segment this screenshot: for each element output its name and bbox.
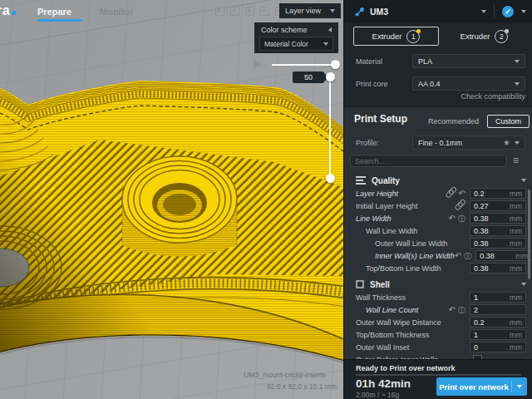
check-compatibility-link[interactable]: Check compatibility bbox=[461, 92, 525, 101]
layer-slider-track[interactable] bbox=[329, 77, 331, 178]
setting-label: Wall Thickness bbox=[344, 293, 406, 302]
setting-value-field[interactable]: 0.38mm bbox=[470, 225, 526, 236]
layer-slider-upper-handle[interactable] bbox=[326, 72, 335, 81]
chevron-left-icon[interactable] bbox=[328, 27, 332, 32]
printer-header[interactable]: UM3 ✓ bbox=[344, 0, 532, 23]
setting-value-field[interactable]: 1mm bbox=[470, 329, 526, 340]
revert-icon[interactable]: ↶ bbox=[449, 214, 456, 223]
setting-value-field[interactable]: 0mm bbox=[470, 342, 526, 352]
material-select[interactable]: PLA bbox=[412, 54, 525, 68]
connected-check-icon: ✓ bbox=[502, 6, 514, 17]
section-header-quality[interactable]: Quality bbox=[344, 174, 532, 187]
setting-row: Wall Line Count↶ⓘ2 bbox=[344, 303, 532, 316]
info-icon[interactable]: ⓘ bbox=[458, 306, 466, 314]
section-header-shell[interactable]: Shell bbox=[344, 278, 532, 291]
setting-value-field[interactable]: 0.38mm bbox=[470, 238, 526, 249]
setting-value-field[interactable]: 0.38mm bbox=[475, 250, 532, 261]
material-color-dot bbox=[416, 29, 421, 33]
setting-row: Wall Thickness1mm bbox=[344, 291, 532, 303]
color-scheme-title: Color scheme bbox=[261, 26, 308, 34]
chevron-down-icon bbox=[323, 42, 328, 46]
play-icon[interactable] bbox=[254, 59, 262, 69]
tool-icon-1-icon[interactable] bbox=[215, 7, 224, 16]
model-dimensions: 92.0 x 92.0 x 10.1 mm bbox=[133, 381, 337, 392]
link-icon[interactable] bbox=[445, 189, 454, 198]
color-scheme-value: Material Color bbox=[264, 40, 308, 48]
setting-label: Outer Wall Wipe Distance bbox=[344, 318, 441, 327]
tool-icon-2-icon[interactable] bbox=[230, 7, 239, 16]
print-job-bar: Ready to Print over network 01h 42min 2.… bbox=[344, 359, 532, 399]
setting-row: Wall Line Width0.38mm bbox=[344, 224, 532, 237]
view-mode-dropdown[interactable]: Layer view bbox=[279, 3, 341, 18]
model-name: UM3_mount-crickit-inserts bbox=[133, 369, 326, 381]
material-usage-estimate: 2.00m / ~ 16g bbox=[356, 391, 399, 399]
network-printer-icon bbox=[354, 7, 365, 17]
layer-slider-lower-handle[interactable] bbox=[326, 174, 335, 183]
chevron-down-icon bbox=[515, 141, 520, 145]
setting-row: Outer Wall Line Width0.38mm bbox=[344, 237, 532, 249]
shell-icon bbox=[356, 280, 364, 288]
tab-monitor[interactable]: Monitor bbox=[100, 7, 133, 17]
material-color-dot bbox=[505, 29, 509, 33]
profile-select[interactable]: Fine - 0.1mm ★ bbox=[412, 135, 525, 150]
tab-prepare[interactable]: Prepare bbox=[37, 7, 71, 17]
print-setup-block: Print Setup Recommended Custom Profile: … bbox=[344, 107, 532, 359]
chevron-down-icon[interactable] bbox=[521, 10, 526, 13]
setting-row: Top/Bottom Thickness1mm bbox=[344, 328, 532, 341]
print-over-network-button[interactable]: Print over network bbox=[436, 377, 527, 396]
logo-dot bbox=[12, 11, 16, 15]
chevron-down-icon bbox=[515, 82, 520, 86]
path-slider-handle[interactable] bbox=[331, 60, 340, 69]
quality-icon bbox=[356, 176, 366, 185]
info-icon[interactable]: ⓘ bbox=[458, 214, 466, 223]
print-core-select[interactable]: AA 0.4 bbox=[412, 76, 525, 91]
chevron-down-icon[interactable] bbox=[481, 10, 486, 13]
settings-search-input[interactable] bbox=[350, 155, 506, 167]
recommended-mode-button[interactable]: Recommended bbox=[420, 115, 487, 128]
settings-menu-icon[interactable]: ≡ bbox=[513, 155, 519, 167]
extruder-1-tab[interactable]: Extruder 1 bbox=[353, 27, 439, 46]
revert-icon[interactable]: ↶ bbox=[455, 252, 461, 260]
setting-label: Outer Wall Inset bbox=[344, 343, 409, 352]
setting-label: Top/Bottom Line Width bbox=[344, 264, 441, 273]
setting-value-field[interactable]: 1mm bbox=[470, 292, 526, 303]
color-scheme-dropdown[interactable]: Material Color bbox=[259, 37, 333, 51]
print-setup-title: Print Setup bbox=[354, 113, 407, 125]
setting-label: Layer Height bbox=[344, 190, 398, 198]
material-label: Material bbox=[356, 57, 382, 66]
setting-value-field[interactable]: 0.38mm bbox=[470, 213, 526, 224]
revert-icon[interactable]: ↶ bbox=[459, 190, 466, 198]
viewport-3d-scene[interactable] bbox=[0, 0, 343, 399]
chevron-down-icon[interactable] bbox=[517, 385, 522, 388]
setting-value-field[interactable]: 0.27mm bbox=[470, 200, 526, 211]
extruder-2-tab[interactable]: Extruder 2 bbox=[441, 27, 527, 46]
setting-label: Line Width bbox=[344, 214, 391, 223]
setting-row: Initial Layer Height0.27mm bbox=[344, 200, 532, 212]
setting-value-field[interactable]: 0.2mm bbox=[470, 317, 526, 328]
color-scheme-panel: Color scheme Material Color bbox=[254, 22, 338, 53]
setting-label: Outer Wall Line Width bbox=[344, 239, 447, 248]
tool-icon-4-icon[interactable] bbox=[260, 7, 269, 16]
settings-scrollbar[interactable] bbox=[528, 190, 530, 279]
setting-value-field[interactable]: 0.2mm bbox=[470, 188, 526, 199]
extruder-1-badge: 1 bbox=[406, 30, 420, 43]
model-info: UM3_mount-crickit-inserts 92.0 x 92.0 x … bbox=[133, 369, 337, 392]
settings-list: QualityLayer Height↶0.2mmInitial Layer H… bbox=[344, 170, 532, 359]
setting-row: Outer Wall Wipe Distance0.2mm bbox=[344, 316, 532, 328]
star-icon[interactable]: ★ bbox=[503, 138, 510, 147]
link-icon[interactable] bbox=[454, 201, 463, 210]
custom-mode-button[interactable]: Custom bbox=[487, 115, 530, 128]
revert-icon[interactable]: ↶ bbox=[449, 306, 456, 314]
setting-value-field[interactable]: 0.38mm bbox=[470, 263, 526, 273]
info-icon[interactable]: ⓘ bbox=[464, 252, 471, 260]
viewport[interactable]: ra Prepare Monitor Layer view Color sche… bbox=[0, 0, 343, 399]
printer-name: UM3 bbox=[370, 7, 388, 17]
setting-label: Inner Wall(s) Line Width bbox=[344, 252, 455, 260]
setting-value-field[interactable]: 2 bbox=[470, 304, 526, 315]
machine-block: UM3 ✓ Extruder 1 Extruder bbox=[344, 0, 532, 107]
path-slider-track[interactable] bbox=[272, 64, 334, 66]
cylinder-boss bbox=[122, 156, 237, 257]
setting-label: Top/Bottom Thickness bbox=[344, 331, 429, 339]
tool-icon-3-icon[interactable] bbox=[245, 7, 254, 16]
tab-prepare-underline bbox=[37, 19, 82, 22]
